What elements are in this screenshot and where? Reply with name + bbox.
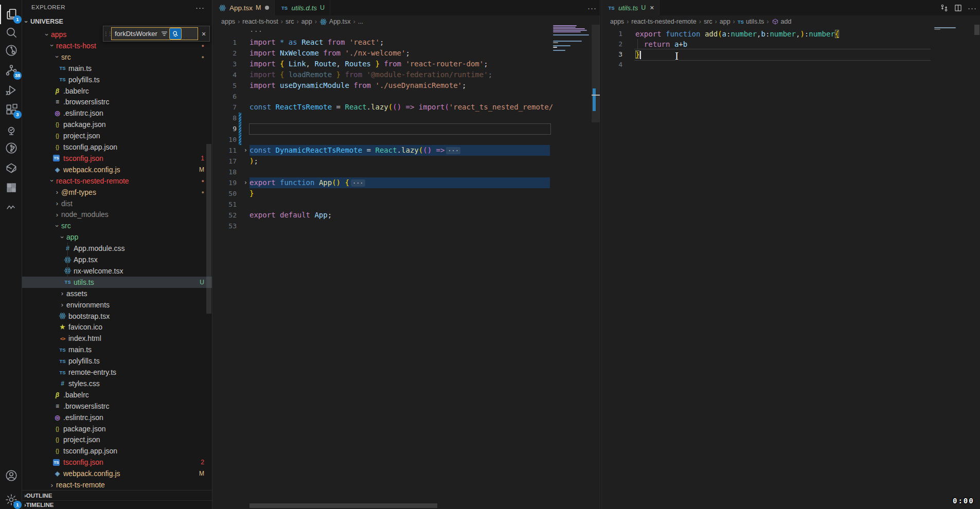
tree-item-tsconfig.app.json[interactable]: {}tsconfig.app.json (22, 141, 212, 153)
activity-search-search-icon[interactable] (0, 23, 22, 42)
code-line-19[interactable]: 19›export function App() {··· (213, 177, 600, 188)
unsaved-dot-icon[interactable] (265, 6, 269, 10)
breadcrumb-react-ts-host[interactable]: react-ts-host (242, 18, 278, 25)
activity-source-control-source-control-icon[interactable]: 38 (0, 61, 22, 80)
tree-item-webpack.config.js[interactable]: ◈webpack.config.jsM (22, 468, 212, 479)
split-editor-icon[interactable] (954, 4, 963, 12)
editor-2-scrollbar-thumb[interactable] (974, 25, 979, 35)
editor-1-minimap[interactable] (553, 25, 592, 313)
tree-item-project.json[interactable]: {}project.json (22, 434, 212, 445)
code-line-1[interactable]: 1export function add(a:number,b:number,)… (602, 29, 980, 39)
tree-item-environments[interactable]: ›environments (22, 299, 212, 311)
editor-2-minimap[interactable] (934, 27, 965, 38)
code-line-51[interactable]: 51 (213, 199, 600, 210)
breadcrumb-app[interactable]: app (301, 18, 312, 25)
code-line-17[interactable]: 17); (213, 156, 600, 167)
tree-item-.eslintrc.json[interactable]: ◎.eslintrc.json (22, 412, 212, 423)
tree-item-utils.ts[interactable]: TSutils.tsU (22, 277, 212, 288)
find-close-icon[interactable]: × (198, 30, 209, 38)
activity-explorer-files-icon[interactable]: 1 (0, 5, 22, 24)
editor-2-code-area[interactable]: 1export function add(a:number,b:number,)… (602, 29, 980, 70)
code-line-53[interactable]: 53 (213, 221, 600, 231)
code-line-50[interactable]: 50} (213, 188, 600, 199)
tree-item-.browserslistrc[interactable]: ≡.browserslistrc (22, 401, 212, 412)
breadcrumb-apps[interactable]: apps (221, 18, 235, 25)
activity-accounts-account-icon[interactable] (0, 466, 22, 485)
tree-item-dist[interactable]: ›dist (22, 198, 212, 209)
tree-item-webpack.config.js[interactable]: ◈webpack.config.jsM (22, 164, 212, 175)
activity-extensions-extensions-icon[interactable]: 3 (0, 100, 22, 119)
tree-item-project.json[interactable]: {}project.json (22, 130, 212, 141)
activity-extension-view-f-wave-icon[interactable] (0, 197, 22, 217)
breadcrumb-src[interactable]: src (704, 18, 712, 25)
activity-extension-view-e-grid-icon[interactable] (0, 178, 22, 197)
breadcrumb-utils.ts[interactable]: TSutils.ts (738, 18, 764, 25)
tree-item-nx-welcome.tsx[interactable]: nx-welcome.tsx (22, 265, 212, 277)
fold-chevron-icon[interactable]: › (244, 145, 247, 156)
code-line-18[interactable]: 18 (213, 167, 600, 177)
fold-chevron-icon[interactable]: › (244, 177, 247, 188)
tree-item-tsconfig.json[interactable]: TStsconfig.json2 (22, 457, 212, 468)
tab-utils.ts[interactable]: TSutils.tsU× (602, 0, 660, 15)
tree-item-assets[interactable]: ›assets (22, 288, 212, 299)
compare-changes-icon[interactable] (940, 4, 949, 12)
tab-App.tsx[interactable]: App.tsxM (213, 0, 275, 15)
breadcrumb-src[interactable]: src (286, 18, 294, 25)
tree-item-.browserslistrc[interactable]: ≡.browserslistrc (22, 96, 212, 107)
breadcrumb-app[interactable]: app (720, 18, 730, 25)
tree-item-.babelrc[interactable]: β.babelrc (22, 85, 212, 97)
code-line-7[interactable]: 7const ReactTsRemote = React.lazy(() => … (213, 102, 600, 113)
tree-item-package.json[interactable]: {}package.json (22, 119, 212, 130)
code-line-3[interactable]: 3import { Link, Route, Routes } from 're… (213, 59, 600, 69)
tree-item-src[interactable]: ›src (22, 220, 212, 231)
tree-item-styles.css[interactable]: #styles.css (22, 378, 212, 389)
breadcrumb-apps[interactable]: apps (610, 18, 624, 25)
code-line-2[interactable]: 2import NxWelcome from './nx-welcome'; (213, 48, 600, 59)
close-icon[interactable]: × (650, 4, 654, 12)
tree-item-react-ts-nested-remote[interactable]: ›react-ts-nested-remote● (22, 175, 212, 187)
activity-extension-view-c-circle-branch-icon[interactable] (0, 138, 22, 158)
editor-1-overview-ruler[interactable] (592, 0, 600, 509)
code-line-1[interactable]: 1import * as React from 'react'; (213, 37, 600, 48)
tree-item-react-ts-host[interactable]: ›react-ts-host● (22, 40, 212, 51)
activity-extension-view-b-tree-check-icon[interactable] (0, 120, 22, 139)
activity-manage-gear-icon[interactable]: 1 (0, 490, 22, 509)
tree-search-input[interactable] (112, 30, 159, 38)
tree-item-App.module.css[interactable]: #App.module.css (22, 243, 212, 254)
tree-item-main.ts[interactable]: TSmain.ts (22, 344, 212, 355)
tree-item-polyfills.ts[interactable]: TSpolyfills.ts (22, 74, 212, 85)
tree-item-polyfills.ts[interactable]: TSpolyfills.ts (22, 355, 212, 367)
filter-toggle-icon[interactable] (159, 30, 169, 37)
tree-item-main.ts[interactable]: TSmain.ts (22, 63, 212, 74)
tree-item-app[interactable]: ›app (22, 231, 212, 243)
code-line-6[interactable]: 6 (213, 91, 600, 102)
code-line-4[interactable]: 4 (602, 60, 980, 70)
tree-item-package.json[interactable]: {}package.json (22, 423, 212, 434)
code-line-4[interactable]: 4import { loadRemote } from '@module-fed… (213, 69, 600, 80)
tree-item-src[interactable]: ›src● (22, 51, 212, 63)
code-line-2[interactable]: 2 return a+b (602, 39, 980, 49)
code-line-11[interactable]: 11›const DynamicReactTsRemote = React.la… (213, 145, 600, 156)
tree-item-favicon.ico[interactable]: ★favicon.ico (22, 321, 212, 333)
code-line-x[interactable]: ··· (213, 26, 600, 37)
tree-item-@mf-types[interactable]: ›@mf-types● (22, 187, 212, 198)
code-line-10[interactable]: 10 (213, 134, 600, 145)
editor-1-code-area[interactable]: ···1import * as React from 'react';2impo… (213, 26, 600, 231)
outline-panel-header[interactable]: › OUTLINE (22, 490, 212, 500)
breadcrumb-add[interactable]: add (772, 18, 792, 25)
find-widget-drag-handle[interactable]: ⋮⋮ (103, 31, 111, 37)
editor-1-horizontal-scrollbar[interactable] (250, 503, 437, 508)
breadcrumb-react-ts-nested-remote[interactable]: react-ts-nested-remote (631, 18, 696, 25)
tab-utils.d.ts[interactable]: TSutils.d.tsU (275, 0, 330, 15)
code-line-8[interactable]: 8 (213, 113, 600, 123)
activity-extension-view-d-nx-icon[interactable] (0, 158, 22, 178)
tree-item-react-ts-remote[interactable]: ›react-ts-remote (22, 479, 212, 490)
tree-item-bootstrap.tsx[interactable]: bootstrap.tsx (22, 311, 212, 322)
activity-run-and-debug-run-debug-icon[interactable] (0, 80, 22, 100)
fuzzy-search-toggle-icon[interactable] (169, 28, 182, 40)
activity-extension-view-a-circle-pendulum-icon[interactable] (0, 41, 22, 60)
code-line-3[interactable]: 3} (602, 49, 980, 60)
tree-item-App.tsx[interactable]: App.tsx (22, 254, 212, 265)
code-line-9[interactable]: 9 (213, 123, 600, 134)
code-line-5[interactable]: 5import useDynamicModule from './useDyna… (213, 80, 600, 91)
